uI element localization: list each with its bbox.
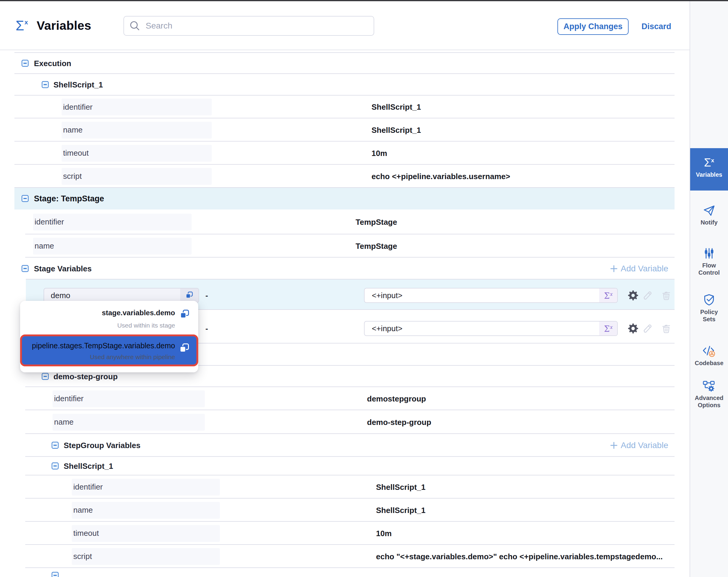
apply-changes-button[interactable]: Apply Changes [557,18,629,35]
sidebar-item-label: Notify [690,219,728,226]
field-label-cell: name [72,502,220,519]
field-label-cell: name [61,122,212,139]
trash-button[interactable] [661,323,672,334]
field-label-cell: identifier [33,214,191,230]
pencil-icon[interactable] [642,290,653,301]
sidebar-item-label: AdvancedOptions [690,394,728,409]
field-value: TempStage [356,217,397,227]
pencil-icon[interactable] [642,323,653,334]
stage-section-row: Stage: TempStage [15,188,675,209]
expression-path: stage.variables.demo [102,309,175,317]
popover-option-stage-scope[interactable]: stage.variables.demo Used within its sta… [20,301,198,334]
variable-name-text: demo [44,288,180,302]
group-label: StepGroup Variables [64,441,140,450]
collapse-toggle-icon[interactable] [42,81,49,88]
collapse-toggle-icon[interactable] [22,195,28,202]
add-variable-label: Add Variable [621,441,668,450]
sidebar-item-policy-sets[interactable]: PolicySets [690,293,728,323]
gear-icon[interactable] [628,290,639,301]
field-row-name: namedemo-step-group [15,410,675,434]
copy-icon[interactable] [179,343,190,354]
tree-group-row: Execution [15,53,675,74]
variable-copy-popover: stage.variables.demo Used within its sta… [20,301,198,372]
sigma-x-icon: Σx [16,19,28,32]
sidebar-item-flow-control[interactable]: FlowControl [690,246,728,276]
tree-group-row: ShellScript_1 [15,74,675,96]
group-label: demo-step-group [53,372,118,381]
flow-gear-icon [702,379,716,393]
paper-plane-icon [702,203,716,217]
field-value: ShellScript_1 [376,505,425,515]
field-label: name [34,241,54,251]
field-value: ShellScript_1 [371,102,421,112]
sidebar-item-label: FlowControl [690,262,728,276]
field-row-identifier: identifierdemostepgroup [15,387,675,410]
search-placeholder: Search [146,21,173,31]
field-label: timeout [63,148,88,158]
variable-description-placeholder: - [205,291,208,300]
header: Σx Variables Search Apply Changes Discar… [0,1,690,50]
copy-button[interactable] [180,288,199,302]
field-row-name: nameShellScript_1 [15,499,675,522]
code-warning-icon [702,344,716,358]
clipped-group-row [15,568,675,577]
field-label-cell: identifier [61,99,212,116]
pencil-button[interactable] [642,290,653,301]
collapse-toggle-icon[interactable] [22,60,28,67]
gear-icon[interactable] [628,323,639,334]
plus-icon [610,442,618,449]
field-label: identifier [73,482,103,492]
expression-scope: Used anywhere within pipeline [90,353,175,361]
trash-icon[interactable] [661,290,671,301]
field-label: name [54,418,74,427]
field-label-cell: identifier [53,391,205,407]
field-label-cell: timeout [61,145,212,162]
field-value: TempStage [356,241,397,251]
trash-button[interactable] [661,290,672,301]
gear-button[interactable] [628,290,639,301]
sidebar-item-advanced-options[interactable]: AdvancedOptions [690,379,728,409]
field-value: ShellScript_1 [371,125,421,135]
field-label: script [73,552,92,561]
popover-option-pipeline-scope-selected[interactable]: pipeline.stages.TempStage.variables.demo… [20,334,198,366]
right-toolbar: ΣxVariables Notify FlowControl PolicySet… [690,1,728,577]
field-label: name [63,125,83,135]
field-value: echo "<+stage.variables.demo>" echo <+pi… [376,552,663,561]
copy-icon[interactable] [180,309,190,320]
sigma-x-icon: Σx [690,155,728,170]
field-label: identifier [63,102,93,112]
group-label: Stage: TempStage [34,194,104,203]
sidebar-item-notify[interactable]: Notify [690,203,728,226]
search-input[interactable]: Search [124,16,374,36]
field-value: echo <+pipeline.variables.username> [371,172,510,181]
expression-sigma-icon[interactable]: Σx [599,322,617,335]
gear-button[interactable] [628,323,639,334]
collapse-toggle-icon[interactable] [22,265,28,272]
variable-value-text: <+input> [365,324,599,333]
collapse-toggle-icon[interactable] [52,442,58,449]
variable-value-input[interactable]: <+input>Σx [364,321,618,336]
tree-group-row: ShellScript_1 [15,457,675,475]
expression-scope: Used within its stage [117,322,175,329]
expression-sigma-icon[interactable]: Σx [599,288,617,302]
add-variable-button[interactable]: Add Variable [610,441,668,450]
group-label: ShellScript_1 [64,461,113,471]
tree-group-row: StepGroup VariablesAdd Variable [15,434,675,457]
sidebar-item-variables[interactable]: ΣxVariables [690,148,728,191]
field-row-name: nameTempStage [15,234,675,257]
collapse-toggle-icon[interactable] [42,373,49,380]
field-row-timeout: timeout10m [15,142,675,165]
add-variable-button[interactable]: Add Variable [610,264,668,274]
sidebar-item-codebase[interactable]: Codebase [690,344,728,367]
copy-icon[interactable] [185,291,194,300]
variable-value-text: <+input> [365,291,599,300]
discard-button[interactable]: Discard [642,18,671,35]
plus-icon [610,265,618,273]
field-label-cell: script [61,168,212,185]
variable-value-input[interactable]: <+input>Σx [364,288,618,303]
collapse-toggle-icon[interactable] [52,572,58,577]
collapse-toggle-icon[interactable] [52,462,58,470]
field-label-cell: name [53,414,205,431]
trash-icon[interactable] [661,323,671,333]
pencil-button[interactable] [642,323,653,334]
